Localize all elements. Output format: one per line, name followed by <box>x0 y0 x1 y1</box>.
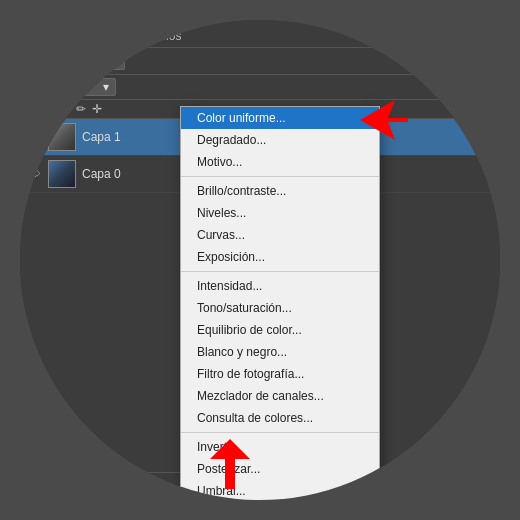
layer-name: Capa 0 <box>82 167 121 181</box>
menu-separator <box>181 176 379 177</box>
menu-item-posterizar[interactable]: Posterizar... <box>181 458 379 480</box>
lock-move-icon[interactable]: ✛ <box>92 102 102 116</box>
menu-item-intensidad[interactable]: Intensidad... <box>181 275 379 297</box>
blend-mode-arrow-icon: ▾ <box>103 80 109 94</box>
menu-item-mezclador-canales[interactable]: Mezclador de canales... <box>181 385 379 407</box>
tipo-dropdown[interactable]: Tipo ▾ <box>45 52 125 70</box>
blend-mode-dropdown[interactable]: Normal ▾ <box>26 78 116 96</box>
menu-item-exposicion[interactable]: Exposición... <box>181 246 379 268</box>
blend-mode-row: Normal ▾ <box>20 75 500 100</box>
menu-item-color-uniforme[interactable]: Color uniforme... <box>181 107 379 129</box>
tab-canales[interactable]: Canales <box>60 24 132 47</box>
mask-icon[interactable]: 🔗 <box>406 477 428 496</box>
filter-icons: 🖼 ◑ T ▭ <box>422 53 494 70</box>
menu-item-niveles[interactable]: Niveles... <box>181 202 379 224</box>
tab-estilos[interactable]: Estilos <box>132 24 195 47</box>
adjustment-dropdown-menu: Color uniforme... Degradado... Motivo...… <box>180 106 380 500</box>
visibility-icon[interactable]: 👁 <box>26 166 42 182</box>
layer-thumbnail <box>48 123 76 151</box>
adjustment-filter-icon[interactable]: ◑ <box>443 53 458 70</box>
menu-item-tono-saturacion[interactable]: Tono/saturación... <box>181 297 379 319</box>
layer-thumbnail <box>48 160 76 188</box>
tab-bar: Canales Estilos <box>20 20 500 48</box>
menu-separator <box>181 432 379 433</box>
text-filter-icon[interactable]: T <box>462 53 474 70</box>
shape-filter-icon[interactable]: ▭ <box>478 53 494 70</box>
menu-item-motivo[interactable]: Motivo... <box>181 151 379 173</box>
delete-icon[interactable]: 🗑 <box>475 477 494 496</box>
menu-item-blanco-negro[interactable]: Blanco y negro... <box>181 341 379 363</box>
menu-item-invertir[interactable]: Invertir <box>181 436 379 458</box>
menu-separator <box>181 271 379 272</box>
dropdown-arrow-icon: ▾ <box>77 56 82 66</box>
lock-paint-icon[interactable]: ✏ <box>76 102 86 116</box>
new-layer-icon[interactable]: ☰ <box>453 477 471 496</box>
blend-mode-label: Normal <box>33 80 72 94</box>
menu-item-brillo-contraste[interactable]: Brillo/contraste... <box>181 180 379 202</box>
search-bar: 🔍 Tipo ▾ 🖼 ◑ T ▭ <box>20 48 500 75</box>
image-filter-icon[interactable]: 🖼 <box>422 53 439 70</box>
menu-item-curvas[interactable]: Curvas... <box>181 224 379 246</box>
visibility-icon[interactable]: 👁 <box>26 129 42 145</box>
adjustment-icon[interactable]: ◑ <box>432 477 449 496</box>
lock-label: Bloq.: <box>26 103 54 115</box>
menu-item-consulta-colores[interactable]: Consulta de colores... <box>181 407 379 429</box>
menu-item-degradado[interactable]: Degradado... <box>181 129 379 151</box>
menu-item-umbral[interactable]: Umbral... <box>181 480 379 500</box>
search-icon: 🔍 <box>26 54 41 68</box>
lock-grid-icon[interactable]: ⊞ <box>60 102 70 116</box>
layer-name: Capa 1 <box>82 130 121 144</box>
link-icon[interactable]: TX <box>379 477 402 496</box>
menu-item-filtro-fotografia[interactable]: Filtro de fotografía... <box>181 363 379 385</box>
menu-item-equilibrio-color[interactable]: Equilibrio de color... <box>181 319 379 341</box>
tipo-label: Tipo <box>50 54 73 68</box>
layers-panel: 🔍 Tipo ▾ 🖼 ◑ T ▭ Normal ▾ Bloq.: ⊞ ✏ <box>20 48 500 500</box>
